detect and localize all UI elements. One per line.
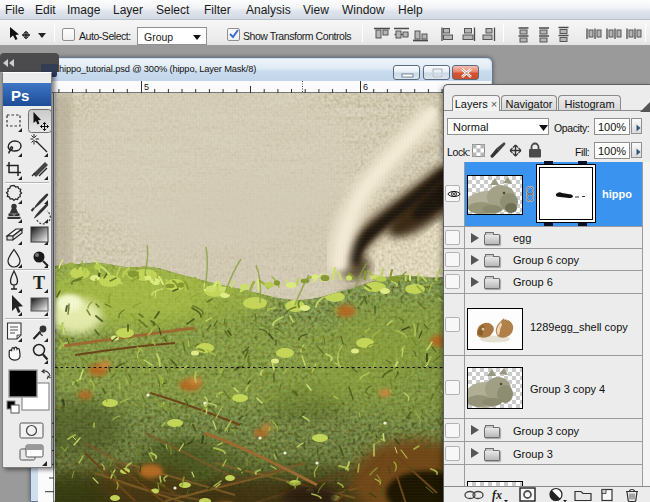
- svg-text:6: 6: [363, 82, 368, 92]
- svg-text:T: T: [33, 273, 45, 293]
- svg-text:5: 5: [144, 82, 149, 92]
- svg-text:fx: fx: [492, 488, 502, 502]
